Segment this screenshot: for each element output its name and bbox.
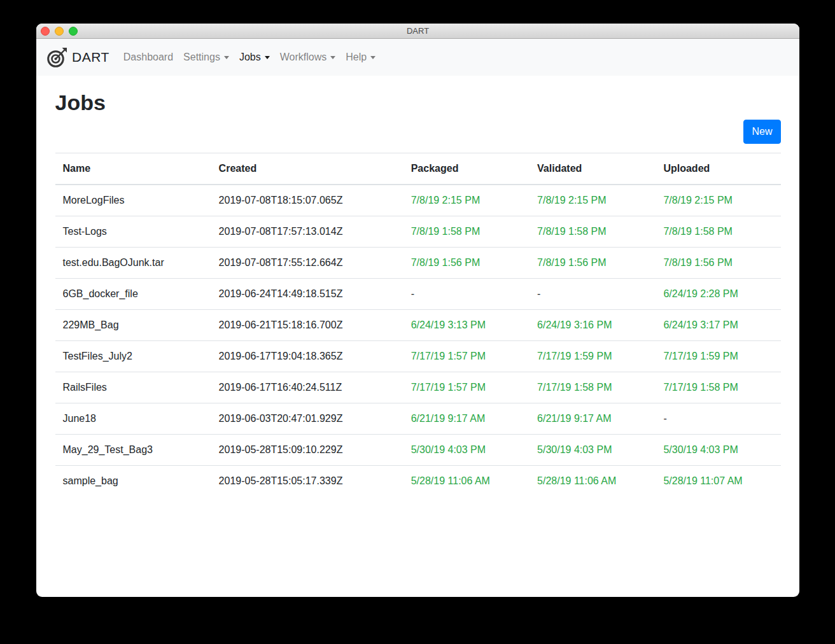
cell-name: Test-Logs bbox=[55, 216, 211, 247]
cell-name: June18 bbox=[55, 403, 211, 434]
cell-packaged: 7/8/19 1:58 PM bbox=[403, 216, 530, 247]
chevron-down-icon bbox=[370, 56, 375, 59]
column-header-created: Created bbox=[211, 153, 403, 185]
cell-packaged: 7/17/19 1:57 PM bbox=[403, 340, 530, 372]
cell-created: 2019-06-21T15:18:16.700Z bbox=[211, 309, 403, 340]
nav-item-label: Dashboard bbox=[123, 52, 173, 63]
cell-packaged: 6/21/19 9:17 AM bbox=[403, 403, 530, 434]
cell-validated: 5/30/19 4:03 PM bbox=[530, 434, 656, 465]
column-header-name: Name bbox=[55, 153, 211, 185]
table-row[interactable]: 229MB_Bag2019-06-21T15:18:16.700Z6/24/19… bbox=[55, 309, 781, 340]
cell-validated: 7/8/19 1:58 PM bbox=[530, 216, 656, 247]
table-row[interactable]: test.edu.BagOJunk.tar2019-07-08T17:55:12… bbox=[55, 247, 781, 278]
navbar: DART DashboardSettingsJobsWorkflowsHelp bbox=[36, 39, 799, 76]
table-row[interactable]: MoreLogFiles2019-07-08T18:15:07.065Z7/8/… bbox=[55, 185, 781, 216]
cell-validated: 6/21/19 9:17 AM bbox=[530, 403, 656, 434]
zoom-button[interactable] bbox=[69, 27, 78, 36]
table-row[interactable]: Test-Logs2019-07-08T17:57:13.014Z7/8/19 … bbox=[55, 216, 781, 247]
desktop: { "window": { "title": "DART" }, "navbar… bbox=[0, 0, 835, 644]
table-row[interactable]: June182019-06-03T20:47:01.929Z6/21/19 9:… bbox=[55, 403, 781, 434]
cell-uploaded: 7/17/19 1:59 PM bbox=[656, 340, 780, 372]
brand[interactable]: DART bbox=[46, 46, 109, 68]
dart-target-icon bbox=[46, 46, 68, 68]
chevron-down-icon bbox=[265, 56, 270, 59]
cell-validated: 7/8/19 1:56 PM bbox=[530, 247, 656, 278]
cell-validated: 7/17/19 1:58 PM bbox=[530, 372, 656, 403]
nav-menu: DashboardSettingsJobsWorkflowsHelp bbox=[118, 46, 381, 68]
cell-name: May_29_Test_Bag3 bbox=[55, 434, 211, 465]
table-row[interactable]: RailsFiles2019-06-17T16:40:24.511Z7/17/1… bbox=[55, 372, 781, 403]
table-row[interactable]: May_29_Test_Bag32019-05-28T15:09:10.229Z… bbox=[55, 434, 781, 465]
jobs-table: NameCreatedPackagedValidatedUploaded Mor… bbox=[55, 153, 781, 496]
cell-packaged: 6/24/19 3:13 PM bbox=[403, 309, 530, 340]
cell-packaged: - bbox=[403, 278, 530, 309]
nav-item-label: Workflows bbox=[280, 52, 327, 63]
cell-packaged: 5/28/19 11:06 AM bbox=[403, 465, 530, 496]
nav-item-settings[interactable]: Settings bbox=[178, 46, 234, 68]
cell-created: 2019-06-24T14:49:18.515Z bbox=[211, 278, 403, 309]
titlebar[interactable]: DART bbox=[36, 24, 799, 39]
cell-packaged: 7/8/19 2:15 PM bbox=[403, 185, 530, 216]
cell-validated: 5/28/19 11:06 AM bbox=[530, 465, 656, 496]
nav-item-label: Help bbox=[346, 52, 367, 63]
brand-label: DART bbox=[72, 50, 109, 65]
page-title: Jobs bbox=[55, 90, 781, 116]
traffic-lights bbox=[41, 24, 78, 38]
cell-validated: 6/24/19 3:16 PM bbox=[530, 309, 656, 340]
cell-name: 6GB_docker_file bbox=[55, 278, 211, 309]
table-row[interactable]: sample_bag2019-05-28T15:05:17.339Z5/28/1… bbox=[55, 465, 781, 496]
table-header-row: NameCreatedPackagedValidatedUploaded bbox=[55, 153, 781, 185]
cell-name: test.edu.BagOJunk.tar bbox=[55, 247, 211, 278]
cell-validated: 7/8/19 2:15 PM bbox=[530, 185, 656, 216]
table-row[interactable]: 6GB_docker_file2019-06-24T14:49:18.515Z-… bbox=[55, 278, 781, 309]
cell-uploaded: 5/30/19 4:03 PM bbox=[656, 434, 780, 465]
window-title: DART bbox=[407, 26, 429, 36]
cell-packaged: 7/8/19 1:56 PM bbox=[403, 247, 530, 278]
cell-uploaded: 7/8/19 1:58 PM bbox=[656, 216, 780, 247]
cell-created: 2019-07-08T18:15:07.065Z bbox=[211, 185, 403, 216]
nav-item-label: Settings bbox=[183, 52, 220, 63]
cell-created: 2019-07-08T17:57:13.014Z bbox=[211, 216, 403, 247]
minimize-button[interactable] bbox=[55, 27, 64, 36]
cell-name: TestFiles_July2 bbox=[55, 340, 211, 372]
column-header-uploaded: Uploaded bbox=[656, 153, 780, 185]
new-job-button[interactable]: New bbox=[743, 120, 780, 144]
chevron-down-icon bbox=[224, 56, 229, 59]
cell-uploaded: - bbox=[656, 403, 780, 434]
cell-created: 2019-05-28T15:09:10.229Z bbox=[211, 434, 403, 465]
nav-item-workflows[interactable]: Workflows bbox=[275, 46, 341, 68]
cell-uploaded: 6/24/19 2:28 PM bbox=[656, 278, 780, 309]
column-header-validated: Validated bbox=[530, 153, 656, 185]
cell-uploaded: 7/8/19 1:56 PM bbox=[656, 247, 780, 278]
column-header-packaged: Packaged bbox=[403, 153, 530, 185]
cell-uploaded: 7/8/19 2:15 PM bbox=[656, 185, 780, 216]
nav-item-dashboard[interactable]: Dashboard bbox=[118, 46, 178, 68]
main-content: Jobs New NameCreatedPackagedValidatedUpl… bbox=[36, 90, 799, 496]
cell-name: MoreLogFiles bbox=[55, 185, 211, 216]
nav-item-label: Jobs bbox=[239, 52, 261, 63]
cell-name: RailsFiles bbox=[55, 372, 211, 403]
cell-packaged: 5/30/19 4:03 PM bbox=[403, 434, 530, 465]
cell-created: 2019-06-03T20:47:01.929Z bbox=[211, 403, 403, 434]
cell-name: 229MB_Bag bbox=[55, 309, 211, 340]
chevron-down-icon bbox=[330, 56, 335, 59]
cell-created: 2019-05-28T15:05:17.339Z bbox=[211, 465, 403, 496]
cell-uploaded: 7/17/19 1:58 PM bbox=[656, 372, 780, 403]
cell-created: 2019-07-08T17:55:12.664Z bbox=[211, 247, 403, 278]
cell-packaged: 7/17/19 1:57 PM bbox=[403, 372, 530, 403]
cell-created: 2019-06-17T16:40:24.511Z bbox=[211, 372, 403, 403]
nav-item-jobs[interactable]: Jobs bbox=[234, 46, 275, 68]
cell-name: sample_bag bbox=[55, 465, 211, 496]
toolbar: New bbox=[55, 120, 781, 144]
cell-created: 2019-06-17T19:04:18.365Z bbox=[211, 340, 403, 372]
table-row[interactable]: TestFiles_July22019-06-17T19:04:18.365Z7… bbox=[55, 340, 781, 372]
cell-validated: 7/17/19 1:59 PM bbox=[530, 340, 656, 372]
nav-item-help[interactable]: Help bbox=[340, 46, 381, 68]
close-button[interactable] bbox=[41, 27, 50, 36]
cell-uploaded: 5/28/19 11:07 AM bbox=[656, 465, 780, 496]
cell-validated: - bbox=[530, 278, 656, 309]
cell-uploaded: 6/24/19 3:17 PM bbox=[656, 309, 780, 340]
app-window: DART DART DashboardSettingsJobsWorkflows… bbox=[36, 24, 799, 597]
